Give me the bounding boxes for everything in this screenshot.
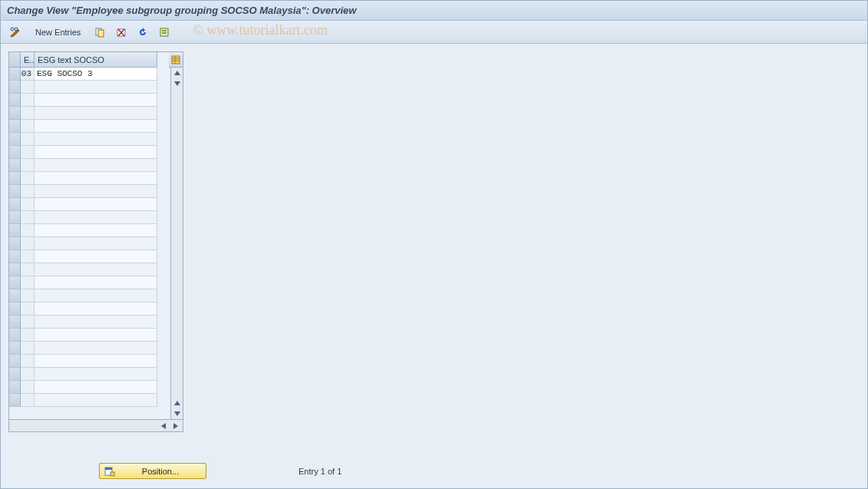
- row-selector[interactable]: [9, 237, 21, 250]
- cell-esg[interactable]: [21, 120, 35, 133]
- cell-esg[interactable]: [21, 381, 35, 394]
- cell-esg[interactable]: [21, 211, 35, 224]
- table-row[interactable]: [9, 211, 170, 224]
- row-selector[interactable]: [9, 355, 21, 368]
- column-header-esg-text[interactable]: ESG text SOCSO: [35, 52, 157, 68]
- table-row[interactable]: [9, 94, 170, 107]
- table-row[interactable]: [9, 329, 170, 342]
- cell-esg[interactable]: [21, 302, 35, 316]
- cell-esg[interactable]: [21, 237, 35, 250]
- table-row[interactable]: [9, 81, 170, 94]
- table-row[interactable]: [9, 185, 170, 198]
- table-row[interactable]: [9, 120, 170, 133]
- row-selector[interactable]: [9, 224, 21, 237]
- cell-esg[interactable]: [21, 394, 35, 407]
- toggle-change-button[interactable]: [5, 25, 25, 40]
- position-button[interactable]: Position...: [99, 463, 206, 479]
- cell-esg[interactable]: [21, 368, 35, 381]
- copy-as-button[interactable]: [91, 25, 109, 40]
- table-row[interactable]: 03ESG SOCSO 3: [9, 68, 170, 81]
- row-selector[interactable]: [9, 302, 21, 316]
- scroll-up-button[interactable]: [172, 68, 183, 78]
- row-selector[interactable]: [9, 68, 21, 81]
- row-selector[interactable]: [9, 276, 21, 289]
- table-row[interactable]: [9, 381, 170, 394]
- cell-esg-text[interactable]: [35, 355, 157, 368]
- table-row[interactable]: [9, 342, 170, 355]
- table-row[interactable]: [9, 159, 170, 172]
- cell-esg[interactable]: [21, 250, 35, 263]
- scroll-down-bottom-button[interactable]: [172, 408, 183, 419]
- row-selector[interactable]: [9, 394, 21, 407]
- cell-esg-text[interactable]: [35, 146, 157, 159]
- row-selector[interactable]: [9, 381, 21, 394]
- cell-esg[interactable]: [21, 263, 35, 276]
- scroll-down-button[interactable]: [172, 78, 183, 89]
- cell-esg[interactable]: [21, 355, 35, 368]
- new-entries-button[interactable]: New Entries: [28, 25, 87, 40]
- cell-esg-text[interactable]: [35, 368, 157, 381]
- table-row[interactable]: [9, 224, 170, 237]
- cell-esg[interactable]: [21, 224, 35, 237]
- table-row[interactable]: [9, 368, 170, 381]
- row-selector[interactable]: [9, 159, 21, 172]
- column-header-esg[interactable]: E..: [21, 52, 35, 68]
- cell-esg[interactable]: [21, 329, 35, 342]
- row-selector[interactable]: [9, 133, 21, 146]
- delete-button[interactable]: [112, 25, 130, 40]
- row-selector[interactable]: [9, 172, 21, 185]
- cell-esg-text[interactable]: [35, 250, 157, 263]
- cell-esg[interactable]: [21, 107, 35, 120]
- cell-esg-text[interactable]: [35, 133, 157, 146]
- cell-esg-text[interactable]: [35, 263, 157, 276]
- table-row[interactable]: [9, 394, 170, 407]
- row-selector[interactable]: [9, 146, 21, 159]
- cell-esg-text[interactable]: [35, 224, 157, 237]
- cell-esg-text[interactable]: [35, 81, 157, 94]
- table-row[interactable]: [9, 237, 170, 250]
- scroll-right-button[interactable]: [170, 421, 181, 431]
- row-selector[interactable]: [9, 316, 21, 329]
- table-row[interactable]: [9, 355, 170, 368]
- grid-settings-button[interactable]: [169, 52, 183, 68]
- vertical-scrollbar[interactable]: [170, 68, 183, 419]
- cell-esg-text[interactable]: [35, 107, 157, 120]
- cell-esg-text[interactable]: [35, 211, 157, 224]
- row-selector[interactable]: [9, 81, 21, 94]
- cell-esg[interactable]: [21, 81, 35, 94]
- cell-esg-text[interactable]: [35, 276, 157, 289]
- cell-esg[interactable]: [21, 159, 35, 172]
- row-selector[interactable]: [9, 198, 21, 211]
- undo-button[interactable]: [134, 25, 152, 40]
- table-row[interactable]: [9, 198, 170, 211]
- cell-esg[interactable]: [21, 94, 35, 107]
- grid-select-all[interactable]: [9, 52, 21, 68]
- row-selector[interactable]: [9, 342, 21, 355]
- cell-esg[interactable]: [21, 276, 35, 289]
- table-row[interactable]: [9, 250, 170, 263]
- horizontal-scrollbar[interactable]: [9, 419, 183, 431]
- cell-esg-text[interactable]: [35, 185, 157, 198]
- cell-esg-text[interactable]: [35, 342, 157, 355]
- cell-esg-text[interactable]: [35, 381, 157, 394]
- table-row[interactable]: [9, 172, 170, 185]
- table-row[interactable]: [9, 107, 170, 120]
- select-all-button[interactable]: [155, 25, 173, 40]
- cell-esg[interactable]: [21, 342, 35, 355]
- row-selector[interactable]: [9, 107, 21, 120]
- cell-esg-text[interactable]: [35, 394, 157, 407]
- cell-esg-text[interactable]: [35, 289, 157, 302]
- cell-esg-text[interactable]: [35, 329, 157, 342]
- cell-esg[interactable]: [21, 185, 35, 198]
- cell-esg-text[interactable]: [35, 302, 157, 316]
- scroll-up-bottom-button[interactable]: [172, 398, 183, 408]
- row-selector[interactable]: [9, 185, 21, 198]
- cell-esg[interactable]: [21, 146, 35, 159]
- cell-esg-text[interactable]: [35, 316, 157, 329]
- row-selector[interactable]: [9, 329, 21, 342]
- table-row[interactable]: [9, 146, 170, 159]
- cell-esg-text[interactable]: [35, 198, 157, 211]
- cell-esg[interactable]: [21, 198, 35, 211]
- cell-esg[interactable]: [21, 133, 35, 146]
- cell-esg-text[interactable]: [35, 120, 157, 133]
